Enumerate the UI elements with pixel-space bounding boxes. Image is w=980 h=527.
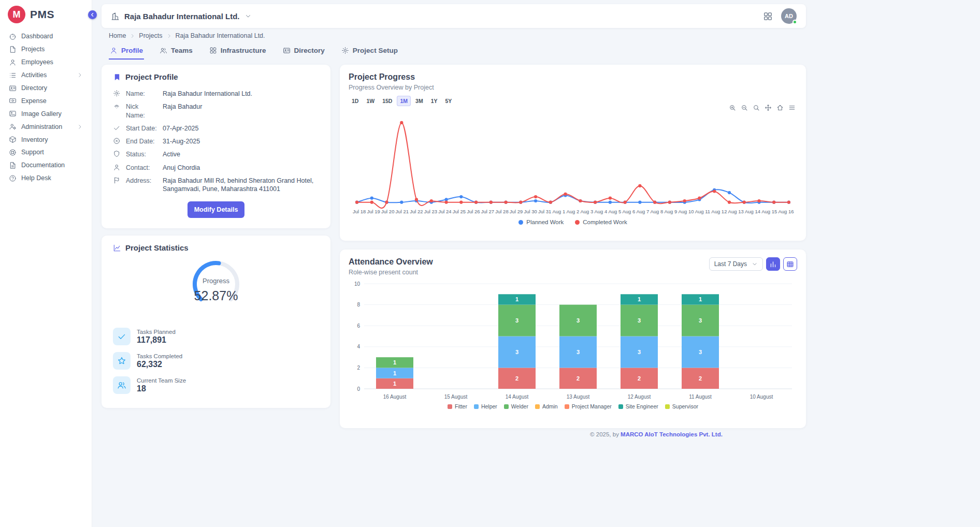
- attendance-legend: FitterHelperWelderAdminProject ManagerSi…: [349, 403, 797, 409]
- sidebar-item-support[interactable]: Support: [5, 146, 87, 159]
- stat-icon-box: [113, 328, 131, 345]
- home-icon[interactable]: [776, 104, 784, 111]
- x-tick-label: Aug 8: [650, 209, 663, 214]
- svg-text:14 August: 14 August: [506, 394, 529, 400]
- legend-item-helper[interactable]: Helper: [474, 403, 497, 409]
- tab-infrastructure[interactable]: Infrastructure: [208, 43, 267, 60]
- search-icon[interactable]: [753, 104, 760, 111]
- tab-directory[interactable]: Directory: [282, 43, 326, 60]
- breadcrumb-item-projects[interactable]: Projects: [139, 32, 162, 39]
- sidebar-collapse-button[interactable]: [88, 10, 97, 19]
- topbar-right: AD: [763, 8, 797, 24]
- breadcrumb: HomeProjectsRaja Bahadur International L…: [102, 29, 980, 42]
- bar-view-button[interactable]: [766, 257, 780, 271]
- stat-label: Current Team Size: [137, 377, 186, 384]
- legend-item-project-manager[interactable]: Project Manager: [565, 403, 612, 409]
- svg-text:3: 3: [638, 317, 641, 324]
- sidebar-item-projects[interactable]: Projects: [5, 43, 87, 56]
- field-label: Contact:: [126, 164, 158, 172]
- attendance-card-title: Attendance Overview: [349, 257, 433, 267]
- range-1d-button[interactable]: 1D: [349, 96, 362, 106]
- breadcrumb-item-home[interactable]: Home: [109, 32, 126, 39]
- date-range-select[interactable]: Last 7 Days: [709, 257, 763, 271]
- x-tick-label: Aug 14: [745, 209, 760, 214]
- range-1m-button[interactable]: 1M: [397, 96, 411, 106]
- chevron-right-icon: [166, 33, 172, 39]
- range-5y-button[interactable]: 5Y: [442, 96, 455, 106]
- x-tick-label: Jul 20: [381, 209, 394, 214]
- legend-item-welder[interactable]: Welder: [504, 403, 528, 409]
- modify-details-button[interactable]: Modify Details: [188, 201, 245, 218]
- apps-grid-icon[interactable]: [763, 11, 773, 21]
- x-tick-label: Aug 6: [622, 209, 635, 214]
- zoom-out-icon[interactable]: [741, 104, 748, 111]
- company-selector[interactable]: Raja Bahadur International Ltd.: [111, 12, 252, 21]
- legend-item-supervisor[interactable]: Supervisor: [665, 403, 698, 409]
- box-icon: [9, 136, 17, 143]
- menu-icon[interactable]: [788, 104, 796, 111]
- left-column: Project Profile Name:Raja Bahadur Intern…: [102, 65, 330, 428]
- chevron-right-icon: [77, 124, 83, 130]
- sidebar-item-expense[interactable]: Expense: [5, 94, 87, 107]
- chart-line-icon: [113, 244, 121, 252]
- legend-item-site-engineer[interactable]: Site Engineer: [618, 403, 658, 409]
- stat-tasks-planned: Tasks Planned117,891: [113, 328, 319, 345]
- tab-label: Infrastructure: [221, 47, 266, 54]
- field-value: 31-Aug-2025: [163, 137, 319, 145]
- sidebar-item-dashboard[interactable]: Dashboard: [5, 30, 87, 43]
- id-card-icon: [283, 47, 291, 54]
- sidebar-item-employees[interactable]: Employees: [5, 56, 87, 69]
- svg-text:2: 2: [357, 365, 360, 371]
- move-icon[interactable]: [765, 104, 772, 111]
- zoom-in-icon[interactable]: [729, 104, 736, 111]
- sidebar-item-label: Support: [21, 149, 44, 156]
- x-tick-label: Jul 28: [495, 209, 508, 214]
- gear-icon: [113, 90, 121, 97]
- field-address: Address:Raja Bahadur Mill Rd, behind She…: [113, 177, 319, 194]
- tab-teams[interactable]: Teams: [158, 43, 194, 60]
- sidebar-item-directory[interactable]: Directory: [5, 82, 87, 95]
- sidebar-item-image-gallery[interactable]: Image Gallery: [5, 107, 87, 120]
- sidebar-item-activities[interactable]: Activities: [5, 69, 87, 82]
- legend-swatch: [448, 404, 452, 409]
- table-view-button[interactable]: [783, 257, 797, 271]
- chart-toolbar: [729, 104, 796, 111]
- legend-item-planned-work[interactable]: Planned Work: [518, 219, 564, 225]
- building-icon: [111, 12, 120, 21]
- range-3m-button[interactable]: 3M: [412, 96, 426, 106]
- legend-item-fitter[interactable]: Fitter: [448, 403, 467, 409]
- tab-project-setup[interactable]: Project Setup: [340, 43, 399, 60]
- gauge-label: Progress: [182, 277, 250, 285]
- x-tick-label: Aug 4: [594, 209, 607, 214]
- stat-value: 117,891: [137, 335, 176, 345]
- stat-label: Tasks Planned: [137, 329, 176, 335]
- main-content: Raja Bahadur International Ltd. AD HomeP…: [92, 0, 980, 437]
- legend-swatch: [504, 404, 509, 409]
- range-1w-button[interactable]: 1W: [363, 96, 378, 106]
- user-icon: [113, 164, 121, 171]
- avatar[interactable]: AD: [781, 8, 797, 24]
- svg-text:3: 3: [577, 317, 580, 324]
- attendance-head: Attendance Overview Role-wise present co…: [349, 257, 797, 276]
- tab-profile[interactable]: Profile: [109, 43, 144, 60]
- sidebar-item-documentation[interactable]: Documentation: [5, 159, 87, 172]
- sidebar-item-help-desk[interactable]: Help Desk: [5, 172, 87, 185]
- lifebuoy-icon: [9, 149, 17, 156]
- sidebar-item-administration[interactable]: Administration: [5, 120, 87, 133]
- company-name: Raja Bahadur International Ltd.: [124, 12, 240, 21]
- x-tick-label: Jul 25: [453, 209, 466, 214]
- chevron-right-icon: [129, 33, 135, 39]
- image-icon: [9, 110, 17, 118]
- range-15d-button[interactable]: 15D: [379, 96, 395, 106]
- footer-link[interactable]: MARCO AIoT Technologies Pvt. Ltd.: [621, 431, 723, 437]
- legend-item-admin[interactable]: Admin: [535, 403, 558, 409]
- svg-text:15 August: 15 August: [444, 394, 468, 400]
- legend-item-completed-work[interactable]: Completed Work: [575, 219, 627, 225]
- chevron-down-icon: [752, 261, 758, 267]
- check-icon: [117, 332, 126, 341]
- x-tick-label: Aug 9: [664, 209, 677, 214]
- range-1y-button[interactable]: 1Y: [428, 96, 441, 106]
- file-text-icon: [9, 162, 17, 169]
- app-logo[interactable]: M PMS: [0, 0, 92, 29]
- sidebar-item-inventory[interactable]: Inventory: [5, 133, 87, 146]
